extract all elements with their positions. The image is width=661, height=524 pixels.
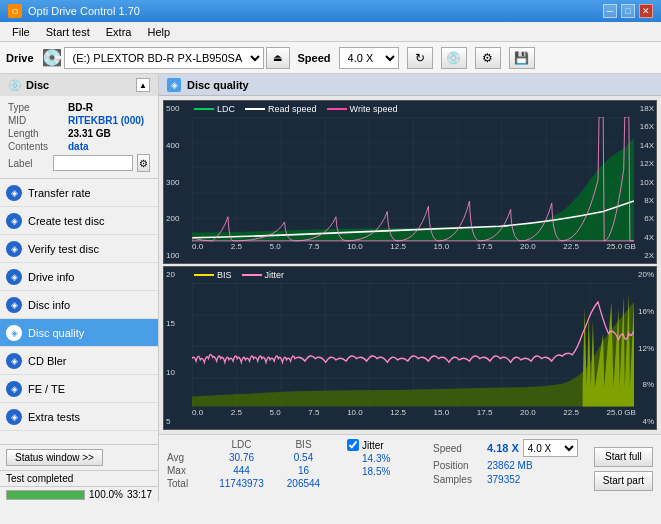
disc-contents-row: Contents data bbox=[8, 141, 150, 152]
disc-icon-btn[interactable]: 💿 bbox=[441, 47, 467, 69]
content-area: ◈ Disc quality LDC Read speed bbox=[159, 74, 661, 502]
status-window-button[interactable]: Status window >> bbox=[6, 449, 103, 466]
progress-bar-area: 100.0% 33:17 bbox=[0, 486, 158, 502]
speed-select-stats[interactable]: 4.0 X bbox=[523, 439, 578, 457]
legend-jitter-color bbox=[242, 274, 262, 276]
time-text: 33:17 bbox=[127, 489, 152, 500]
chart2-y-right: 20% 16% 12% 8% 4% bbox=[638, 267, 654, 429]
sidebar-item-fe-te[interactable]: ◈ FE / TE bbox=[0, 375, 158, 403]
sidebar-bottom: Status window >> Test completed 100.0% 3… bbox=[0, 444, 158, 502]
disc-label-key: Label bbox=[8, 158, 49, 169]
total-label: Total bbox=[167, 478, 207, 489]
position-label: Position bbox=[433, 460, 483, 471]
disc-label-input[interactable] bbox=[53, 155, 133, 171]
menu-start-test[interactable]: Start test bbox=[38, 24, 98, 40]
eject-button[interactable]: ⏏ bbox=[266, 47, 290, 69]
sidebar-item-create-test-disc[interactable]: ◈ Create test disc bbox=[0, 207, 158, 235]
legend-write-color bbox=[327, 108, 347, 110]
disc-length-key: Length bbox=[8, 128, 68, 139]
create-test-disc-icon: ◈ bbox=[6, 213, 22, 229]
close-button[interactable]: ✕ bbox=[639, 4, 653, 18]
samples-row: Samples 379352 bbox=[433, 474, 578, 485]
avg-bis: 0.54 bbox=[276, 452, 331, 463]
sidebar-item-disc-info[interactable]: ◈ Disc info bbox=[0, 291, 158, 319]
fe-te-icon: ◈ bbox=[6, 381, 22, 397]
disc-info-panel: Type BD-R MID RITEKBR1 (000) Length 23.3… bbox=[0, 96, 158, 178]
sidebar-item-extra-tests[interactable]: ◈ Extra tests bbox=[0, 403, 158, 431]
minimize-button[interactable]: ─ bbox=[603, 4, 617, 18]
chart2-x-axis: 0.0 2.5 5.0 7.5 10.0 12.5 15.0 17.5 20.0… bbox=[192, 408, 636, 417]
start-full-button[interactable]: Start full bbox=[594, 447, 653, 467]
chart1-y-right: 18X 16X 14X 12X 10X 8X 6X 4X 2X bbox=[640, 101, 654, 263]
cd-bler-icon: ◈ bbox=[6, 353, 22, 369]
disc-length-row: Length 23.31 GB bbox=[8, 128, 150, 139]
title-bar: O Opti Drive Control 1.70 ─ □ ✕ bbox=[0, 0, 661, 22]
status-window-area: Status window >> bbox=[0, 444, 158, 470]
app-title: Opti Drive Control 1.70 bbox=[28, 5, 140, 17]
legend-jitter-label: Jitter bbox=[265, 270, 285, 280]
drive-info-label: Drive info bbox=[28, 271, 74, 283]
disc-section-collapse[interactable]: ▲ bbox=[136, 78, 150, 92]
transfer-rate-label: Transfer rate bbox=[28, 187, 91, 199]
chart2-legend: BIS Jitter bbox=[194, 270, 284, 280]
title-bar-buttons: ─ □ ✕ bbox=[603, 4, 653, 18]
disc-label-btn[interactable]: ⚙ bbox=[137, 154, 150, 172]
avg-ldc: 30.76 bbox=[209, 452, 274, 463]
jitter-check-row: Jitter bbox=[347, 439, 417, 451]
position-val: 23862 MB bbox=[487, 460, 533, 471]
disc-section-header: 💿 Disc ▲ bbox=[0, 74, 158, 96]
menu-bar: File Start test Extra Help bbox=[0, 22, 661, 42]
disc-icon: 💿 bbox=[8, 79, 22, 92]
extra-tests-icon: ◈ bbox=[6, 409, 22, 425]
disc-quality-header: ◈ Disc quality bbox=[159, 74, 661, 96]
drive-label: Drive bbox=[6, 52, 34, 64]
legend-read-speed: Read speed bbox=[245, 104, 317, 114]
stats-table: LDC BIS Avg 30.76 0.54 Max 444 16 Total … bbox=[167, 439, 331, 498]
chart2-y-left: 20 15 10 5 bbox=[166, 267, 175, 429]
verify-test-disc-label: Verify test disc bbox=[28, 243, 99, 255]
jitter-max: 18.5% bbox=[347, 466, 417, 477]
save-button[interactable]: 💾 bbox=[509, 47, 535, 69]
sidebar-item-transfer-rate[interactable]: ◈ Transfer rate bbox=[0, 179, 158, 207]
stats-headers: LDC BIS bbox=[167, 439, 331, 450]
legend-write-label: Write speed bbox=[350, 104, 398, 114]
disc-info-icon: ◈ bbox=[6, 297, 22, 313]
chart1-x-axis: 0.0 2.5 5.0 7.5 10.0 12.5 15.0 17.5 20.0… bbox=[192, 242, 636, 251]
legend-ldc-label: LDC bbox=[217, 104, 235, 114]
maximize-button[interactable]: □ bbox=[621, 4, 635, 18]
speed-position: Speed 4.18 X 4.0 X Position 23862 MB Sam… bbox=[433, 439, 578, 498]
speed-select[interactable]: 4.0 X bbox=[339, 47, 399, 69]
sidebar-item-disc-quality[interactable]: ◈ Disc quality bbox=[0, 319, 158, 347]
speed-label: Speed bbox=[298, 52, 331, 64]
menu-file[interactable]: File bbox=[4, 24, 38, 40]
total-ldc: 11743973 bbox=[209, 478, 274, 489]
menu-help[interactable]: Help bbox=[139, 24, 178, 40]
sidebar-item-drive-info[interactable]: ◈ Drive info bbox=[0, 263, 158, 291]
stats-bar: LDC BIS Avg 30.76 0.54 Max 444 16 Total … bbox=[159, 434, 661, 502]
chart2-wrapper: BIS Jitter 20 15 10 5 bbox=[163, 266, 657, 430]
disc-quality-label: Disc quality bbox=[28, 327, 84, 339]
legend-ldc: LDC bbox=[194, 104, 235, 114]
sidebar-item-verify-test-disc[interactable]: ◈ Verify test disc bbox=[0, 235, 158, 263]
ldc-header: LDC bbox=[209, 439, 274, 450]
nav-items: ◈ Transfer rate ◈ Create test disc ◈ Ver… bbox=[0, 179, 158, 431]
legend-bis-label: BIS bbox=[217, 270, 232, 280]
speed-row: Speed 4.18 X 4.0 X bbox=[433, 439, 578, 457]
refresh-button[interactable]: ↻ bbox=[407, 47, 433, 69]
disc-quality-title: Disc quality bbox=[187, 79, 249, 91]
verify-test-disc-icon: ◈ bbox=[6, 241, 22, 257]
legend-bis: BIS bbox=[194, 270, 232, 280]
drive-info-icon: ◈ bbox=[6, 269, 22, 285]
menu-extra[interactable]: Extra bbox=[98, 24, 140, 40]
jitter-checkbox[interactable] bbox=[347, 439, 359, 451]
legend-bis-color bbox=[194, 274, 214, 276]
total-bis: 206544 bbox=[276, 478, 331, 489]
settings-icon-btn[interactable]: ⚙ bbox=[475, 47, 501, 69]
title-bar-left: O Opti Drive Control 1.70 bbox=[8, 4, 140, 18]
chart2-svg bbox=[192, 283, 634, 409]
speed-stat-val: 4.18 X bbox=[487, 442, 519, 454]
start-part-button[interactable]: Start part bbox=[594, 471, 653, 491]
drive-select[interactable]: (E:) PLEXTOR BD-R PX-LB950SA 1.06 bbox=[64, 47, 264, 69]
chart1-wrapper: LDC Read speed Write speed 500 400 bbox=[163, 100, 657, 264]
sidebar-item-cd-bler[interactable]: ◈ CD Bler bbox=[0, 347, 158, 375]
